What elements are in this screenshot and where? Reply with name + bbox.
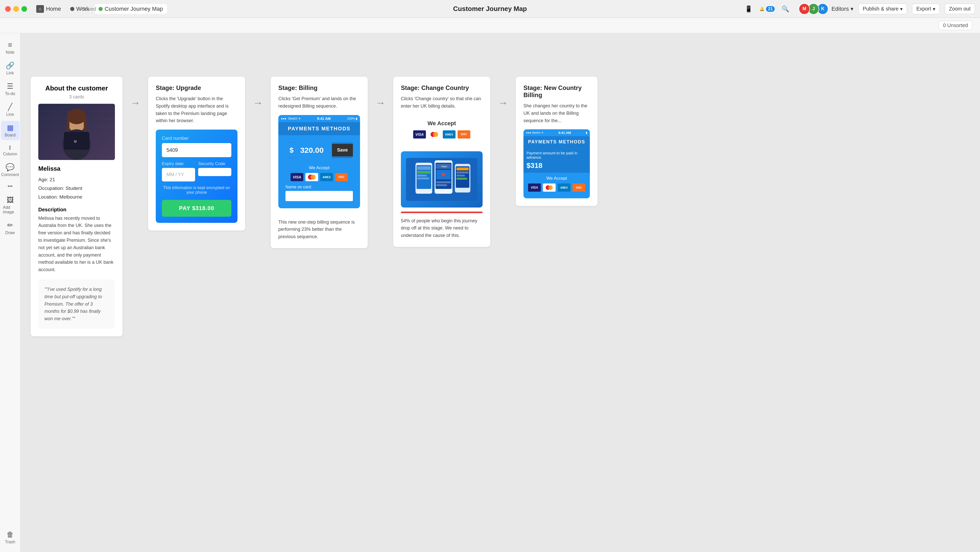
notification-icon: 🔔: [759, 6, 765, 11]
sidebar-todo-label: To-do: [5, 91, 15, 96]
stage-new-billing-title: Stage: New Country Billing: [523, 85, 590, 99]
sidebar-item-column[interactable]: ⫿ Column: [1, 142, 19, 159]
new-mobile-status: ●●● Sketch ✈ 9:41 AM ▮: [523, 129, 590, 136]
name-on-card-input[interactable]: [285, 191, 353, 201]
work-dot: [70, 7, 74, 11]
publish-label: Publish & share: [863, 6, 899, 12]
editors-btn[interactable]: Editors ▾: [831, 6, 853, 12]
sidebar-item-note[interactable]: ≡ Note: [1, 38, 19, 57]
device-icon-btn[interactable]: 📱: [743, 3, 754, 14]
tab-journey[interactable]: Customer Journey Map: [94, 4, 167, 14]
customer-location: Location: Melbourne: [38, 193, 115, 201]
sidebar-note-label: Note: [6, 50, 14, 55]
stage-new-billing-column: Stage: New Country Billing She changes h…: [516, 77, 598, 206]
customer-occupation: Occupation: Student: [38, 184, 115, 193]
titlebar-actions: 📱 🔔 21 🔍 M J K Editors ▾ Publish & share…: [743, 3, 975, 14]
pay-button[interactable]: PAY $318.00: [162, 200, 231, 217]
unsorted-btn[interactable]: 0 Unsorted: [939, 21, 972, 30]
sidebar-column-label: Column: [3, 152, 17, 156]
new-billing-header: PAYMENTS METHODS: [523, 136, 590, 148]
sidebar-link-label: Link: [6, 71, 14, 75]
dollar-sign: $: [285, 143, 298, 158]
stage-new-billing-desc: She changes her country to the UK and la…: [523, 102, 590, 124]
customer-info: Age: 21 Occupation: Student Location: Me…: [38, 175, 115, 202]
sidebar-item-line[interactable]: ╱ Line: [1, 100, 19, 119]
save-btn[interactable]: Save: [332, 144, 353, 156]
cards-count: 3 cards: [38, 94, 115, 100]
expiry-input[interactable]: MM / YY: [162, 168, 195, 182]
search-btn[interactable]: 🔍: [780, 3, 791, 14]
svg-rect-11: [64, 132, 89, 150]
amex-logo: AMEX: [320, 173, 333, 181]
sidebar-item-trash[interactable]: 🗑 Trash: [1, 528, 19, 547]
svg-rect-20: [417, 166, 431, 170]
warning-bar: [401, 212, 483, 213]
export-chevron: ▾: [933, 6, 935, 12]
customer-card: About the customer 3 cards: [31, 77, 123, 336]
stage-upgrade-desc: Clicks the 'Upgrade' button in the Spoti…: [156, 95, 237, 124]
canvas: About the customer 3 cards: [31, 77, 980, 336]
stage-billing-desc: Clicks 'Get Premium' and lands on the re…: [278, 95, 360, 110]
stage-billing-card: Stage: Billing Clicks 'Get Premium' and …: [270, 77, 368, 248]
note-icon: ≡: [8, 41, 12, 49]
new-visa: VISA: [528, 183, 541, 191]
new-we-accept-title: We Accept: [527, 176, 587, 181]
mastercard-logo: [305, 173, 318, 181]
export-btn[interactable]: Export ▾: [912, 3, 940, 14]
journey-dot: [99, 7, 103, 11]
minimize-button[interactable]: [13, 6, 19, 12]
amount-input[interactable]: 320.00: [298, 142, 332, 158]
notification-btn[interactable]: 🔔 21: [759, 6, 775, 12]
trash-icon: 🗑: [6, 530, 14, 539]
sidebar-add-image-label: Add image: [3, 205, 18, 214]
billing-ui: ●●● Sketch ✈ 9:41 AM 100% ▮ PAYMENTS MET…: [278, 115, 360, 208]
main-canvas[interactable]: About the customer 3 cards: [21, 67, 980, 552]
svg-point-14: [310, 174, 316, 180]
phones-image: Maps: [401, 151, 483, 207]
svg-point-39: [548, 185, 553, 190]
expiry-security-row: Expiry date MM / YY Security Code: [162, 161, 231, 182]
export-label: Export: [916, 6, 931, 12]
svg-rect-35: [457, 171, 469, 173]
close-button[interactable]: [5, 6, 11, 12]
sidebar-item-comment[interactable]: 💬 Comment: [1, 161, 19, 180]
description-title: Description: [38, 207, 115, 213]
avatar-group: M J K: [799, 3, 828, 14]
security-input[interactable]: [198, 168, 231, 176]
sidebar-item-add-image[interactable]: 🖼 Add image: [1, 193, 19, 217]
zoom-btn[interactable]: Zoom out: [945, 3, 975, 14]
card-number-input[interactable]: 5409: [162, 143, 231, 157]
add-image-icon: 🖼: [6, 196, 14, 204]
customer-photo-bg: M: [38, 104, 115, 160]
publish-btn[interactable]: Publish & share ▾: [859, 3, 907, 14]
sidebar-item-draw[interactable]: ✏ Draw: [1, 219, 19, 238]
line-icon: ╱: [8, 103, 12, 111]
we-accept-section: We Accept VISA AMEX DISC Name on card: [282, 162, 356, 205]
stage-change-country-desc: Clicks 'Change country' so that she can …: [401, 95, 483, 110]
tabs: ⌂ Home Work Customer Journey Map: [32, 3, 167, 14]
svg-text:Maps: Maps: [441, 165, 447, 168]
customer-title: About the customer: [38, 85, 115, 92]
stage-upgrade-column: Stage: Upgrade Clicks the 'Upgrade' butt…: [148, 77, 245, 231]
billing-title: PAYMENTS METHODS: [282, 126, 356, 132]
maximize-button[interactable]: [21, 6, 27, 12]
stage-change-country-title: Stage: Change Country: [401, 85, 483, 91]
svg-rect-21: [417, 171, 431, 173]
notification-count: 21: [766, 6, 775, 12]
tab-home[interactable]: ⌂ Home: [32, 3, 65, 14]
arrow-2: →: [253, 97, 263, 108]
more-icon: •••: [8, 184, 13, 189]
amount-display: $318: [527, 161, 587, 170]
sidebar-comment-label: Comment: [1, 172, 19, 177]
sidebar-item-board[interactable]: ▦ Board: [1, 121, 19, 140]
encrypted-note: This information is kept encrypted on yo…: [162, 185, 231, 195]
expiry-col: Expiry date MM / YY: [162, 161, 195, 182]
customer-name: Melissa: [38, 165, 115, 172]
sidebar-item-todo[interactable]: ☰ To-do: [1, 80, 19, 99]
sidebar-draw-label: Draw: [5, 231, 15, 235]
sidebar-item-more[interactable]: •••: [1, 181, 19, 191]
sidebar-item-link[interactable]: 🔗 Link: [1, 59, 19, 78]
sidebar: ≡ Note 🔗 Link ☰ To-do ╱ Line ▦ Board ⫿ C…: [0, 33, 21, 552]
new-disc: DISC: [573, 183, 585, 191]
column-icon: ⫿: [9, 144, 11, 151]
